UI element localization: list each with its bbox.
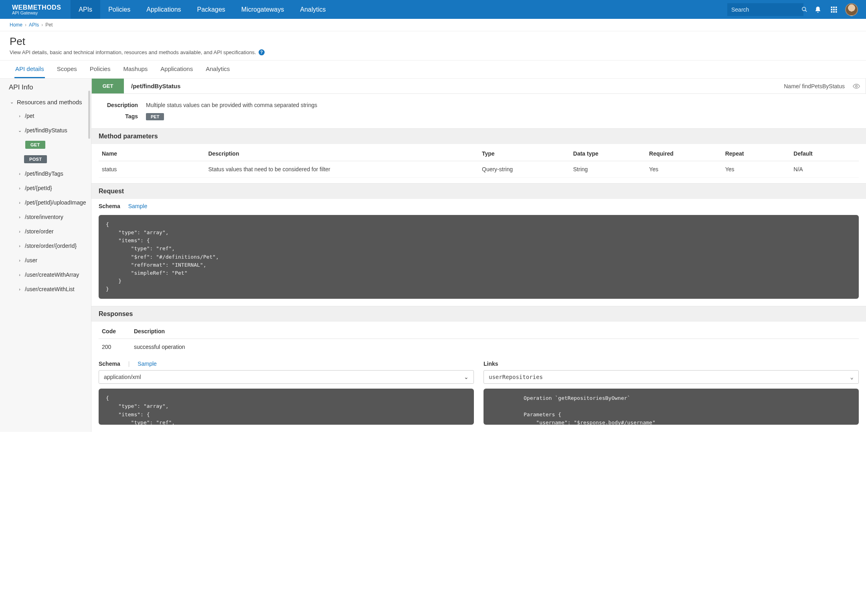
chevron-down-icon: ⌄ (464, 374, 469, 380)
page-title: Pet (10, 35, 856, 48)
col-code: Code (99, 324, 131, 339)
chevron-right-icon: › (18, 287, 22, 292)
breadcrumb-home[interactable]: Home (10, 22, 22, 28)
tab-api-details[interactable]: API details (14, 61, 45, 78)
svg-rect-7 (836, 9, 837, 10)
brand-logo[interactable]: WEBMETHODS API Gateway (0, 0, 71, 19)
chevron-right-icon: › (18, 200, 22, 205)
svg-point-0 (802, 7, 806, 11)
params-table: Name Description Type Data type Required… (99, 146, 859, 178)
chevron-down-icon: ⌄ (850, 374, 854, 380)
resource-store-order-orderid[interactable]: ›/store/order/{orderId} (0, 239, 91, 253)
schema-label[interactable]: Schema (99, 361, 120, 367)
resource-store-order[interactable]: ›/store/order (0, 224, 91, 239)
resource-pet[interactable]: ›/pet (0, 109, 91, 123)
svg-rect-8 (831, 11, 833, 12)
chevron-right-icon: › (18, 171, 22, 176)
tab-applications[interactable]: Applications (160, 61, 194, 78)
nav-applications[interactable]: Applications (138, 0, 189, 19)
subtab-sample[interactable]: Sample (128, 203, 147, 209)
col-datatype: Data type (570, 146, 646, 161)
notifications-icon[interactable] (810, 0, 826, 19)
sidebar-api-info[interactable]: API Info (0, 79, 91, 95)
nav-analytics[interactable]: Analytics (292, 0, 334, 19)
svg-rect-10 (836, 11, 837, 12)
breadcrumb: Home › APIs › Pet (0, 19, 866, 31)
col-name: Name (99, 146, 205, 161)
search-icon[interactable] (801, 6, 807, 12)
help-icon[interactable]: ? (259, 49, 265, 55)
tag-chip[interactable]: PET (146, 113, 164, 120)
method-path: /pet/findByStatus (124, 83, 188, 89)
breadcrumb-apis[interactable]: APIs (29, 22, 39, 28)
resource-user-createwithlist[interactable]: ›/user/createWithList (0, 282, 91, 296)
resource-pet-petid[interactable]: ›/pet/{petId} (0, 181, 91, 195)
chevron-right-icon: › (18, 215, 22, 219)
chevron-right-icon: › (18, 272, 22, 277)
resource-store-inventory[interactable]: ›/store/inventory (0, 210, 91, 224)
response-schema-code[interactable]: { "type": "array", "items": { "type": "r… (99, 389, 474, 425)
page-tabs: API details Scopes Policies Mashups Appl… (0, 61, 866, 79)
method-meta: Description Multiple status values can b… (91, 94, 866, 128)
search-box[interactable] (727, 3, 803, 16)
chevron-right-icon: › (18, 229, 22, 234)
resource-pet-findbytags[interactable]: ›/pet/findByTags (0, 166, 91, 181)
schema-column: Schema | Sample application/xml ⌄ { "typ… (99, 357, 474, 425)
tab-scopes[interactable]: Scopes (56, 61, 78, 78)
svg-rect-5 (831, 9, 833, 10)
method-verb-badge: GET (92, 79, 124, 93)
page-header: Pet View API details, basic and technica… (0, 31, 866, 61)
breadcrumb-sep: › (25, 22, 26, 28)
col-repeat: Repeat (722, 146, 791, 161)
tab-analytics[interactable]: Analytics (205, 61, 231, 78)
tab-mashups[interactable]: Mashups (122, 61, 148, 78)
nav-microgateways[interactable]: Microgateways (233, 0, 292, 19)
svg-line-1 (805, 10, 807, 12)
resource-user[interactable]: ›/user (0, 253, 91, 267)
response-row: 200 successful operation (99, 339, 859, 355)
tab-policies[interactable]: Policies (89, 61, 111, 78)
resource-pet-findbystatus[interactable]: ⌄/pet/findByStatus (0, 123, 91, 138)
nav-packages[interactable]: Packages (189, 0, 233, 19)
resource-user-createwitharray[interactable]: ›/user/createWithArray (0, 267, 91, 282)
top-nav: APIs Policies Applications Packages Micr… (71, 0, 334, 19)
breadcrumb-current: Pet (45, 22, 53, 28)
section-method-parameters: Method parameters (91, 128, 866, 144)
svg-rect-3 (833, 6, 835, 8)
user-avatar[interactable] (845, 3, 858, 16)
method-get[interactable]: GET (0, 138, 91, 152)
apps-grid-icon[interactable] (826, 0, 842, 19)
svg-rect-4 (836, 6, 837, 8)
request-code[interactable]: { "type": "array", "items": { "type": "r… (99, 215, 859, 299)
search-input[interactable] (731, 6, 801, 13)
brand-secondary: API Gateway (12, 10, 61, 15)
method-post[interactable]: POST (0, 152, 91, 166)
links-label: Links (484, 361, 498, 367)
visibility-icon[interactable] (850, 83, 866, 90)
param-row: status Status values that need to be con… (99, 161, 859, 178)
subtab-schema[interactable]: Schema (99, 203, 120, 209)
sample-link[interactable]: Sample (138, 361, 156, 367)
links-column: Links userRepositories ⌄ Operation `getR… (484, 357, 859, 425)
col-desc: Description (131, 324, 859, 339)
col-description: Description (205, 146, 479, 161)
method-header: GET /pet/findByStatus Name/ findPetsBySt… (91, 79, 866, 94)
response-links-code[interactable]: Operation `getRepositoriesByOwner` Param… (484, 389, 859, 425)
col-type: Type (479, 146, 570, 161)
content-pane: GET /pet/findByStatus Name/ findPetsBySt… (91, 79, 866, 432)
main-layout: API Info ⌄ Resources and methods ›/pet ⌄… (0, 79, 866, 432)
breadcrumb-sep: › (41, 22, 43, 28)
sidebar-group-label: Resources and methods (17, 99, 82, 105)
nav-policies[interactable]: Policies (100, 0, 138, 19)
resource-tree: ›/pet ⌄/pet/findByStatus GET POST ›/pet/… (0, 109, 91, 304)
links-select[interactable]: userRepositories ⌄ (484, 370, 859, 384)
sidebar-group-resources[interactable]: ⌄ Resources and methods (0, 95, 91, 109)
schema-format-select[interactable]: application/xml ⌄ (99, 370, 474, 384)
section-responses: Responses (91, 306, 866, 322)
chevron-right-icon: › (18, 113, 22, 118)
sidebar: API Info ⌄ Resources and methods ›/pet ⌄… (0, 79, 91, 432)
resource-pet-uploadimage[interactable]: ›/pet/{petId}/uploadImage (0, 195, 91, 210)
nav-apis[interactable]: APIs (71, 0, 100, 19)
operation-name: Name/ findPetsByStatus (784, 83, 850, 89)
chevron-right-icon: › (18, 258, 22, 263)
